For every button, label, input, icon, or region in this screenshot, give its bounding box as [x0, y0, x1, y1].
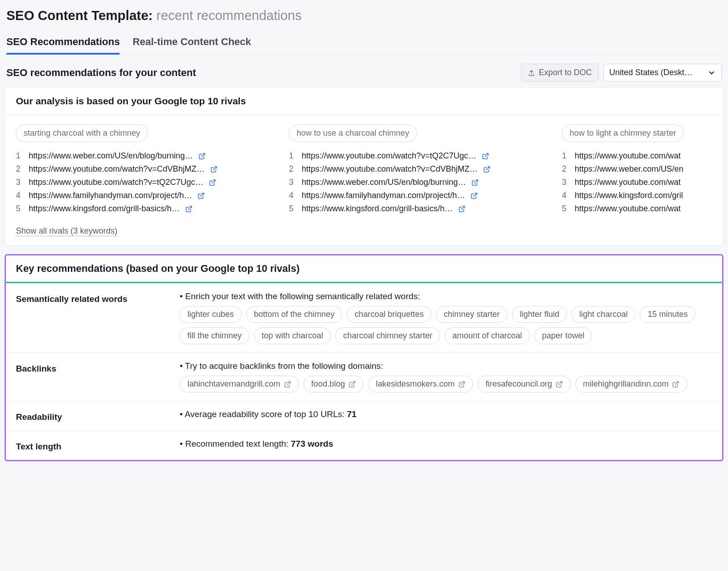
rival-url[interactable]: https://www.youtube.com/watch?v=tQ2C7Ugc… — [29, 178, 203, 187]
rival-index: 1 — [562, 151, 569, 161]
rival-url[interactable]: https://www.kingsford.com/grill-basics/h… — [302, 204, 453, 214]
semantic-word-chip[interactable]: chimney starter — [436, 306, 507, 323]
row-label: Backlinks — [16, 361, 171, 393]
region-select-value: United States (Deskt… — [609, 68, 693, 77]
keyword-pill[interactable]: starting charcoal with a chimney — [16, 124, 148, 142]
external-link-icon — [284, 381, 291, 388]
external-link-icon[interactable] — [458, 205, 465, 213]
row-semantic-words: Semantically related words Enrich your t… — [6, 283, 722, 353]
keyword-pill[interactable]: how to light a chimney starter — [562, 124, 684, 142]
rival-url[interactable]: https://www.weber.com/US/en/blog/burning… — [29, 151, 193, 161]
semantic-word-chip[interactable]: 15 minutes — [640, 306, 695, 323]
tab-realtime-content-check[interactable]: Real-time Content Check — [132, 31, 251, 54]
row-backlinks: Backlinks Try to acquire backlinks from … — [6, 353, 722, 401]
export-label: Export to DOC — [539, 68, 592, 77]
chip-label: lakesidesmokers.com — [376, 379, 455, 389]
rival-column: how to use a charcoal chimney1https://ww… — [289, 124, 553, 215]
rival-url[interactable]: https://www.youtube.com/watch?v=CdVBhjMZ… — [29, 164, 205, 174]
tab-seo-recommendations[interactable]: SEO Recommendations — [6, 31, 120, 54]
rival-url[interactable]: https://www.kingsford.com/gril — [575, 191, 683, 200]
rivals-card-title: Our analysis is based on your Google top… — [5, 87, 723, 115]
section-heading: SEO recommendations for your content — [6, 67, 196, 79]
chip-label: firesafecouncil.org — [485, 379, 552, 389]
chip-label: food.blog — [311, 379, 345, 389]
rival-url[interactable]: https://www.youtube.com/wat — [575, 151, 681, 161]
row-label: Text length — [16, 439, 171, 452]
rival-link-row: 5https://www.kingsford.com/grill-basics/… — [289, 202, 553, 215]
rival-index: 4 — [562, 191, 569, 200]
tabs: SEO Recommendations Real-time Content Ch… — [5, 31, 723, 55]
semantic-word-chip[interactable]: lighter cubes — [180, 306, 242, 323]
backlink-domain-chip[interactable]: lakesidesmokers.com — [368, 376, 473, 393]
row-text-length: Text length Recommended text length: 773… — [6, 431, 722, 460]
rival-column: how to light a chimney starter1https://w… — [562, 124, 717, 215]
rival-index: 5 — [562, 204, 569, 214]
rival-url[interactable]: https://www.youtube.com/watch?v=CdVBhjMZ… — [302, 164, 478, 174]
show-all-rivals-link[interactable]: Show all rivals (3 keywords) — [16, 226, 117, 236]
rival-link-row: 2https://www.weber.com/US/en — [562, 163, 717, 176]
chip-label: milehighgrillandinn.com — [583, 379, 668, 389]
semantic-word-chip[interactable]: amount of charcoal — [445, 327, 530, 344]
rival-url[interactable]: https://www.youtube.com/wat — [575, 178, 681, 187]
rivals-card: Our analysis is based on your Google top… — [5, 87, 723, 246]
backlink-domain-chip[interactable]: food.blog — [303, 376, 364, 393]
external-link-icon[interactable] — [210, 166, 217, 173]
external-link-icon — [672, 381, 679, 388]
external-link-icon[interactable] — [471, 179, 479, 186]
external-link-icon[interactable] — [185, 205, 192, 213]
rival-url[interactable]: https://www.familyhandyman.com/project/h… — [302, 191, 465, 200]
row-readability: Readability Average readability score of… — [6, 401, 722, 431]
keyword-pill[interactable]: how to use a charcoal chimney — [289, 124, 417, 142]
external-link-icon[interactable] — [470, 192, 478, 199]
external-link-icon[interactable] — [209, 179, 216, 186]
rival-index: 3 — [562, 178, 569, 187]
external-link-icon[interactable] — [197, 192, 205, 199]
rival-link-row: 3https://www.youtube.com/watch?v=tQ2C7Ug… — [16, 176, 280, 189]
semantic-word-chip[interactable]: fill the chimney — [180, 327, 249, 344]
row-label: Readability — [16, 409, 171, 422]
row-lead-text: Recommended text length: — [180, 439, 291, 449]
backlink-domain-chip[interactable]: firesafecouncil.org — [478, 376, 571, 393]
semantic-word-chip[interactable]: paper towel — [534, 327, 592, 344]
semantic-word-chip[interactable]: bottom of the chimney — [246, 306, 342, 323]
rival-url[interactable]: https://www.youtube.com/watch?v=tQ2C7Ugc… — [302, 151, 476, 161]
rival-index: 3 — [289, 178, 296, 187]
external-link-icon[interactable] — [482, 153, 489, 160]
rival-index: 5 — [16, 204, 23, 214]
semantic-word-chip[interactable]: charcoal chimney starter — [335, 327, 440, 344]
semantic-word-chip[interactable]: top with charcoal — [254, 327, 331, 344]
rival-url[interactable]: https://www.kingsford.com/grill-basics/h… — [29, 204, 180, 214]
external-link-icon[interactable] — [198, 153, 206, 160]
rival-link-row: 3https://www.weber.com/US/en/blog/burnin… — [289, 176, 553, 189]
rival-index: 2 — [16, 164, 23, 174]
semantic-word-chip[interactable]: charcoal briquettes — [347, 306, 431, 323]
rival-index: 1 — [16, 151, 23, 161]
external-link-icon — [349, 381, 356, 388]
title-subject: recent recommendations — [157, 8, 302, 23]
rival-index: 4 — [289, 191, 296, 200]
semantic-word-chip[interactable]: lighter fluid — [512, 306, 567, 323]
readability-value: 71 — [347, 409, 357, 419]
rival-link-row: 2https://www.youtube.com/watch?v=CdVBhjM… — [289, 163, 553, 176]
semantic-word-chip[interactable]: light charcoal — [571, 306, 635, 323]
rival-index: 2 — [289, 164, 296, 174]
export-to-doc-button[interactable]: Export to DOC — [521, 64, 599, 82]
rival-link-row: 1https://www.youtube.com/wat — [562, 149, 717, 163]
external-link-icon[interactable] — [483, 166, 490, 173]
rival-url[interactable]: https://www.familyhandyman.com/project/h… — [29, 191, 192, 200]
row-lead-text: Enrich your text with the following sema… — [180, 291, 420, 301]
rival-index: 1 — [289, 151, 296, 161]
row-lead-text: Average readability score of top 10 URLs… — [180, 409, 347, 419]
key-card-title: Key recommendations (based on your Googl… — [6, 255, 722, 283]
chevron-down-icon — [708, 69, 716, 77]
rival-url[interactable]: https://www.weber.com/US/en — [575, 164, 683, 174]
backlink-domain-chip[interactable]: lahinchtavernandgrill.com — [180, 376, 299, 393]
rival-link-row: 5https://www.youtube.com/wat — [562, 202, 717, 215]
backlink-domain-chip[interactable]: milehighgrillandinn.com — [575, 376, 687, 393]
rival-url[interactable]: https://www.weber.com/US/en/blog/burning… — [302, 178, 466, 187]
region-select[interactable]: United States (Deskt… — [603, 64, 722, 82]
row-lead-text: Try to acquire backlinks from the follow… — [180, 361, 383, 371]
rival-link-row: 3https://www.youtube.com/wat — [562, 176, 717, 189]
key-recommendations-card: Key recommendations (based on your Googl… — [5, 254, 723, 461]
rival-url[interactable]: https://www.youtube.com/wat — [575, 204, 681, 214]
